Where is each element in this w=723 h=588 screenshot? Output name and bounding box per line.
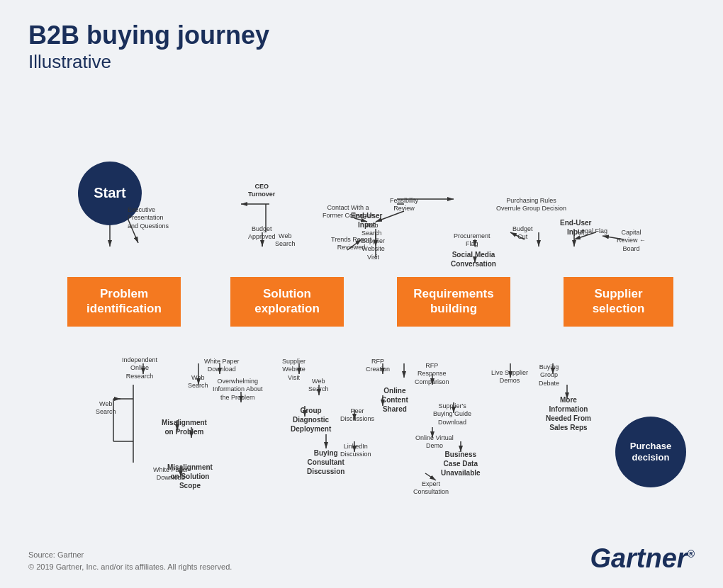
online-content-label: OnlineContentShared xyxy=(381,386,408,414)
rfp-response-label: RFPResponseComparison xyxy=(415,362,449,387)
web-search-solution-bottom: WebSearch xyxy=(308,378,329,394)
supplier-stage: Supplierselection xyxy=(564,277,673,327)
buying-consultant-label: BuyingConsultantDiscussion xyxy=(307,448,344,476)
requirements-stage: Requirementsbuilding xyxy=(397,277,510,327)
problem-stage: Problemidentification xyxy=(67,277,181,327)
ceo-turnover-label: CEOTurnover xyxy=(248,183,275,199)
web-search-solution: WebSearch xyxy=(188,374,208,390)
rfp-creation-label: RFPCreation xyxy=(366,358,390,374)
social-media-label: Social MediaConversation xyxy=(451,250,496,268)
budget-approved-label: BudgetApproved xyxy=(248,225,276,242)
footer: Source: Gartner © 2019 Gartner, Inc. and… xyxy=(28,543,695,574)
peer-discussions-label: PeerDiscussions xyxy=(340,407,374,424)
business-case-label: BusinessCase DataUnavailable xyxy=(441,450,481,477)
procurement-flag-label: ProcurementFlag xyxy=(454,232,491,249)
web-search-label-1: WebSearch xyxy=(275,232,296,249)
feasibility-review-label: FeasibilityReview xyxy=(390,197,418,213)
supplier-website-top: SupplierWebsiteVisit xyxy=(362,237,385,262)
overwhelming-label: OverwhelmingInformation Aboutthe Problem xyxy=(213,378,263,402)
expert-consultation-label: ExpertConsultation xyxy=(413,480,449,497)
svg-line-48 xyxy=(425,473,436,480)
diagram-area: Start ExecutivePresentationand Questions… xyxy=(28,80,695,519)
start-label: Start xyxy=(94,185,126,201)
budget-cut-label: BudgetCut xyxy=(512,225,533,242)
solution-stage: Solutionexploration xyxy=(230,277,344,327)
main-container: B2B buying journey Illustrative xyxy=(0,0,723,588)
copyright-text: © 2019 Gartner, Inc. and/or its affiliat… xyxy=(28,561,232,574)
buying-group-label: BuyingGroupDebate xyxy=(539,363,559,388)
independent-research-label: IndependentOnlineResearch xyxy=(122,356,157,381)
linkedin-label: LinkedInDiscussion xyxy=(340,443,371,459)
group-diagnostic-label: GroupDiagnosticDeployment xyxy=(291,406,331,434)
main-title: B2B buying journey xyxy=(28,21,695,50)
subtitle: Illustrative xyxy=(28,51,695,73)
source-text: Source: Gartner xyxy=(28,549,232,562)
capital-review-label: CapitalReview ←Board xyxy=(617,229,646,254)
purchase-label: Purchasedecision xyxy=(630,441,672,463)
white-paper-2-label: White PaperDownload xyxy=(153,466,189,482)
more-info-label: MoreInformationNeeded FromSales Reps xyxy=(546,395,591,432)
purchasing-rules-label: Purchasing RulesOverrule Group Decision xyxy=(496,197,566,213)
live-demos-label: Live SupplierDemos xyxy=(491,369,528,385)
executive-presentation-label: ExecutivePresentationand Questions xyxy=(128,206,169,231)
purchase-circle: Purchasedecision xyxy=(615,417,686,487)
title-section: B2B buying journey Illustrative xyxy=(28,21,695,73)
supplier-website-bottom: SupplierWebsiteVisit xyxy=(282,358,306,383)
footer-text: Source: Gartner © 2019 Gartner, Inc. and… xyxy=(28,549,232,574)
web-search-problem-bottom: WebSearch xyxy=(96,400,116,417)
white-paper-1-label: White PaperDownload xyxy=(204,358,240,374)
online-virtual-label: Online VirtualDemo xyxy=(415,434,454,451)
end-user-input-right: End-UserInput xyxy=(560,218,591,237)
suppliers-guide-label: Supplier'sBuying GuideDownload xyxy=(433,402,471,427)
gartner-logo: Gartner® xyxy=(590,543,695,574)
misalignment-problem-label: Misalignmenton Problem xyxy=(162,418,207,436)
